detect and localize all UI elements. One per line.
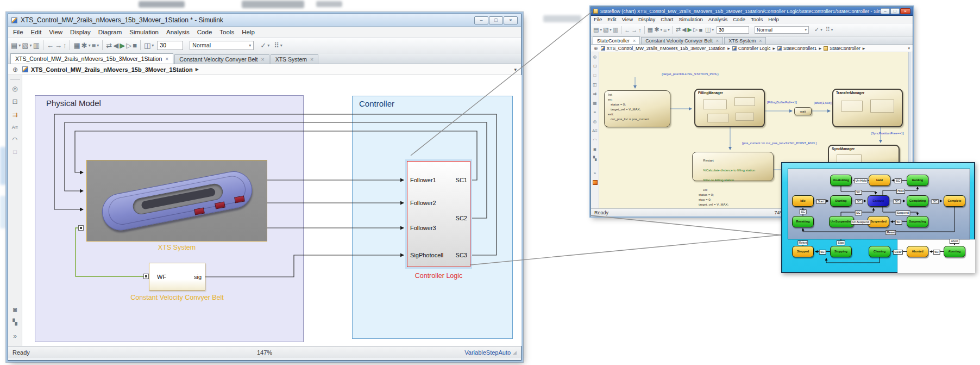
- menu-analysis[interactable]: Analysis: [706, 16, 730, 22]
- menu-edit[interactable]: Edit: [27, 29, 46, 35]
- stateflow-icon[interactable]: [593, 180, 598, 185]
- state-unsuspending[interactable]: Un-Suspending: [829, 216, 854, 227]
- fit-to-view-icon[interactable]: ⊡: [12, 98, 17, 106]
- simulation-display-button[interactable]: ◫: [144, 41, 150, 50]
- more-tools-chevrons-icon[interactable]: »: [13, 332, 17, 340]
- stop-time-input[interactable]: [157, 41, 183, 50]
- annotation-icon[interactable]: A≡: [12, 125, 18, 130]
- model-config-button[interactable]: ≡: [92, 41, 96, 50]
- breadcrumb-item[interactable]: StateController: [830, 46, 860, 51]
- controller-logic-block[interactable]: Follower1 Follower2 Follower3 SigPhotoce…: [407, 161, 470, 267]
- state-suspending[interactable]: Suspending: [907, 216, 928, 227]
- tab-conveyor[interactable]: Constant Velocity Convyer Belt ×: [174, 54, 269, 64]
- up-button[interactable]: ↑: [63, 41, 67, 50]
- fast-restart-button[interactable]: ⇄: [676, 26, 681, 33]
- state-starting[interactable]: Starting: [830, 195, 852, 207]
- back-button[interactable]: ←: [47, 41, 54, 50]
- state-stopping[interactable]: Stopping: [830, 246, 852, 257]
- state-complete[interactable]: Complete: [944, 195, 965, 207]
- new-dropdown-icon[interactable]: ▾: [18, 43, 21, 48]
- stop-time-input[interactable]: [717, 26, 749, 34]
- state-holding[interactable]: Holding: [907, 175, 928, 186]
- menu-diagram[interactable]: Diagram: [95, 29, 125, 35]
- gear-dropdown-icon[interactable]: ▾: [89, 43, 91, 48]
- model-config-button[interactable]: ≡: [663, 27, 667, 33]
- menu-chart[interactable]: Chart: [658, 16, 676, 22]
- tab-close-icon[interactable]: ×: [716, 38, 719, 44]
- up-button[interactable]: ↑: [638, 27, 642, 33]
- simulink-model-window[interactable]: XTS_Control_MW_2rails_nMovers_15b_3Mover…: [8, 14, 522, 361]
- resize-grip-icon[interactable]: ◢: [513, 350, 517, 355]
- image-icon[interactable]: ◠: [593, 138, 597, 143]
- state-held[interactable]: Held: [869, 175, 890, 186]
- scope-dropdown-icon[interactable]: ▾: [152, 43, 154, 48]
- physical-port-icon[interactable]: [78, 225, 84, 231]
- simulation-mode-select[interactable]: Normal ▾: [755, 26, 809, 34]
- breadcrumb-item[interactable]: StateController1: [783, 46, 816, 51]
- menu-code[interactable]: Code: [730, 16, 748, 22]
- conveyor-block[interactable]: WF sig: [149, 263, 205, 290]
- tab-close-icon[interactable]: ×: [633, 38, 636, 44]
- stop-button[interactable]: ■: [699, 27, 702, 33]
- state-completing[interactable]: Completing: [907, 195, 928, 207]
- config-dropdown-icon[interactable]: ▾: [668, 28, 670, 32]
- signal-route-icon[interactable]: ⇉: [12, 111, 17, 119]
- back-button[interactable]: ←: [624, 27, 630, 33]
- xts-system-block[interactable]: [86, 160, 267, 242]
- grid-dropdown-icon[interactable]: ▾: [831, 28, 833, 32]
- state-transfermanager[interactable]: TransferManager: [832, 89, 903, 127]
- more-tools-chevrons-icon[interactable]: »: [594, 171, 596, 176]
- minimize-button[interactable]: –: [881, 8, 890, 14]
- image-icon[interactable]: ◠: [12, 136, 18, 143]
- menu-code[interactable]: Code: [193, 29, 216, 35]
- physical-port-icon[interactable]: [143, 274, 149, 279]
- menu-help[interactable]: Help: [765, 16, 782, 22]
- tab-close-icon[interactable]: ×: [165, 55, 168, 62]
- open-dropdown-icon[interactable]: ▾: [610, 28, 612, 32]
- forward-button[interactable]: →: [631, 27, 637, 33]
- state-init[interactable]: Init en: status = 0; target_vel = V_MAX;…: [604, 90, 670, 127]
- transition-tool-icon[interactable]: ⇉: [593, 91, 597, 96]
- camera-icon[interactable]: ◙: [13, 306, 17, 313]
- gear-dropdown-icon[interactable]: ▾: [660, 28, 662, 32]
- state-suspended[interactable]: Suspended: [868, 216, 889, 227]
- step-forward-button[interactable]: ▷: [693, 26, 698, 33]
- check-dropdown-icon[interactable]: ▾: [267, 43, 269, 48]
- menu-simulation[interactable]: Simulation: [676, 16, 706, 22]
- state-tool-icon[interactable]: □: [594, 73, 596, 78]
- menu-display[interactable]: Display: [636, 16, 658, 22]
- menu-file[interactable]: File: [591, 16, 605, 22]
- main-titlebar[interactable]: XTS_Control_MW_2rails_nMovers_15b_3Mover…: [8, 14, 521, 27]
- history-junction-icon[interactable]: ◫: [593, 82, 597, 87]
- fit-to-view-icon[interactable]: ⊡: [593, 64, 597, 69]
- state-aborted[interactable]: Aborted: [907, 246, 928, 257]
- junction-icon[interactable]: ◎: [593, 119, 597, 124]
- config-dropdown-icon[interactable]: ▾: [97, 43, 99, 48]
- state-execute[interactable]: Execute: [868, 195, 889, 207]
- step-back-button[interactable]: ◀: [682, 26, 686, 33]
- open-dropdown-icon[interactable]: ▾: [30, 43, 32, 48]
- maximize-button[interactable]: □: [489, 16, 503, 24]
- forward-button[interactable]: →: [55, 41, 62, 50]
- state-wait[interactable]: wait: [794, 107, 812, 115]
- subsystem-icon[interactable]: ▚: [593, 156, 596, 161]
- state-clearing[interactable]: Clearing: [869, 246, 890, 257]
- state-fillingmanager[interactable]: FillingManager: [694, 89, 765, 127]
- new-model-button[interactable]: ▤: [593, 26, 599, 33]
- step-forward-button[interactable]: ▷: [126, 41, 131, 50]
- camera-icon[interactable]: ◙: [594, 147, 596, 152]
- zoom-icon[interactable]: ◎: [593, 54, 597, 59]
- scope-dropdown-icon[interactable]: ▾: [712, 28, 714, 32]
- minimize-button[interactable]: –: [474, 16, 488, 24]
- new-model-button[interactable]: ▤: [11, 41, 17, 50]
- build-grid-button[interactable]: ⠿: [274, 41, 279, 50]
- sf-titlebar[interactable]: Stateflow (chart) XTS_Control_MW_2rails_…: [591, 7, 913, 16]
- build-grid-button[interactable]: ⠿: [826, 26, 830, 33]
- step-back-button[interactable]: ◀: [113, 41, 118, 50]
- tab-xts[interactable]: XTS System ×: [724, 37, 766, 44]
- settings-gear-button[interactable]: ✱: [81, 41, 87, 50]
- menu-simulation[interactable]: Simulation: [125, 29, 162, 35]
- update-check-button[interactable]: ✓: [814, 26, 819, 33]
- tab-close-icon[interactable]: ×: [261, 56, 265, 63]
- run-button[interactable]: ▶: [120, 41, 125, 50]
